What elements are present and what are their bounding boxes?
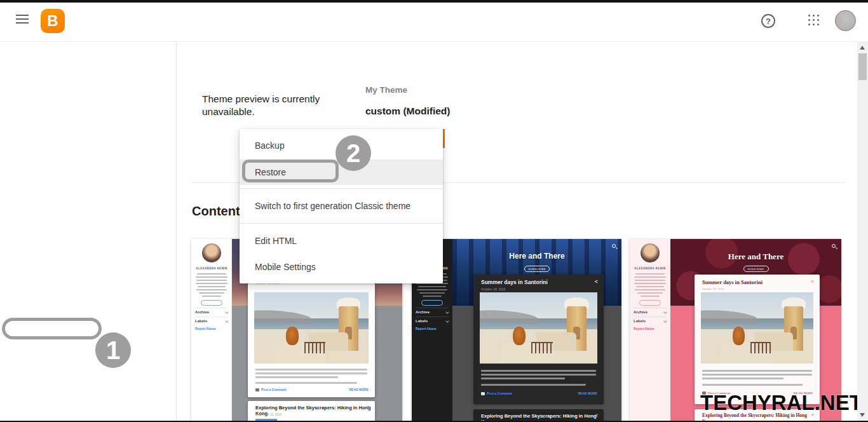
santorini-photo: [254, 292, 369, 364]
account-avatar[interactable]: [835, 10, 856, 31]
theme1-author-name: ALEXANDRA KENIN: [191, 267, 232, 270]
comment-icon: [255, 388, 259, 391]
theme1-sidebar: ALEXANDRA KENIN Archive Labels Report Ab…: [191, 239, 232, 422]
chevron-down-icon: [225, 319, 229, 323]
scrollbar-up-arrow-icon[interactable]: [860, 46, 865, 50]
theme3-post1-title: Summer days in Santorini: [702, 279, 763, 285]
blogger-theme-page: B ? + NEW POST Posts Stats Comments $ Ea…: [0, 0, 868, 422]
page-scrollbar[interactable]: [857, 42, 868, 422]
menu-item-restore[interactable]: Restore: [240, 160, 443, 185]
santorini-photo: [701, 292, 813, 364]
search-icon: [612, 244, 616, 248]
chevron-down-icon: [445, 319, 449, 323]
share-icon: <: [366, 404, 369, 410]
help-icon[interactable]: ?: [761, 14, 775, 28]
menu-item-switch-classic-theme[interactable]: Switch to first generation Classic theme: [240, 192, 443, 220]
theme1-post-footer: Post a Comment READ MORE: [255, 388, 369, 391]
top-bar: B ?: [0, 3, 868, 42]
menu-divider: [240, 223, 443, 224]
theme2-post-comment-link: Post a Comment: [487, 391, 512, 395]
theme2-view-profile-button: [421, 300, 443, 306]
chevron-down-icon: [663, 310, 667, 314]
current-theme-name: custom (Modified): [365, 106, 450, 117]
my-theme-card-edge: [443, 129, 445, 148]
santorini-photo: [480, 292, 597, 364]
screenshot-top-border: [0, 0, 868, 3]
watermark: TECHYRAL.NET: [700, 391, 865, 415]
theme1-post-comment-link: Post a Comment: [261, 388, 286, 391]
theme1-read-more-link: READ MORE: [349, 388, 369, 391]
theme1-view-profile-button: [201, 300, 222, 306]
chevron-down-icon: [445, 310, 449, 314]
theme3-report-abuse-link: Report Abuse: [634, 327, 654, 330]
blogger-logo-icon[interactable]: B: [41, 9, 65, 33]
theme2-post2-card: Exploring Beyond the Skyscrapers: Hiking…: [473, 409, 604, 422]
theme2-subscribe-button: SUBSCRIBE: [524, 266, 550, 272]
theme1-author-avatar: [202, 243, 221, 262]
theme3-archive-row: Archive: [634, 308, 667, 316]
theme2-blog-title: Here and There: [452, 252, 621, 261]
theme2-post-footer: Post a Comment READ MORE: [481, 391, 597, 395]
theme2-labels-row: Labels: [416, 316, 449, 325]
hamburger-menu-icon[interactable]: [16, 15, 29, 24]
share-icon: <: [595, 278, 598, 285]
search-icon: [832, 244, 836, 248]
share-icon: <: [811, 278, 814, 285]
scrollbar-down-arrow-icon[interactable]: [860, 413, 865, 417]
share-icon: <: [595, 412, 598, 418]
chevron-down-icon: [663, 319, 667, 323]
theme1-archive-row: Archive: [195, 308, 228, 316]
scrollbar-thumb[interactable]: [858, 53, 867, 80]
theme2-post1-date: October 18, 2016: [481, 287, 506, 291]
theme3-subscribe-button: SUBSCRIBE: [743, 266, 769, 272]
theme3-author-name: ALEXANDRA KENIN: [630, 267, 670, 270]
theme2-post-card: Summer days in Santorini < October 18, 2…: [473, 275, 604, 404]
theme2-read-more-link: READ MORE: [578, 391, 597, 395]
comment-icon: [481, 392, 485, 395]
theme3-blog-title: Here and There: [670, 252, 841, 262]
theme2-post1-title: Summer days in Santorini: [481, 279, 548, 285]
my-theme-label: My Theme: [365, 85, 407, 95]
theme1-labels-row: Labels: [195, 316, 228, 325]
menu-divider: [240, 188, 443, 189]
theme2-report-abuse-link: Report Abuse: [416, 327, 437, 330]
theme1-report-abuse-link: Report Abuse: [195, 327, 216, 330]
theme3-labels-row: Labels: [634, 316, 667, 325]
theme2-archive-row: Archive: [416, 308, 449, 316]
theme3-author-avatar: [641, 243, 660, 262]
theme1-post-card: October 18, 2016 Post a Comment READ MOR…: [248, 275, 375, 397]
chevron-down-icon: [225, 310, 229, 314]
theme3-post1-date: October 18, 2016: [702, 287, 724, 290]
sidebar: [0, 42, 177, 422]
theme3-view-profile-button: [639, 300, 661, 306]
theme1-post2-card: Exploring Beyond the Skyscrapers: Hiking…: [248, 401, 375, 422]
menu-item-edit-html[interactable]: Edit HTML: [240, 227, 443, 255]
theme3-sidebar: ALEXANDRA KENIN Archive Labels Report Ab…: [630, 239, 670, 422]
google-apps-grid-icon[interactable]: [808, 15, 822, 28]
theme-preview-message: Theme preview is currently unavailable.: [202, 93, 336, 118]
theme-options-dropdown-menu: Backup Restore Switch to first generatio…: [240, 129, 443, 283]
menu-item-mobile-settings[interactable]: Mobile Settings: [240, 254, 443, 280]
theme-preview-card-dark[interactable]: Here and There SUBSCRIBE ALEXANDRA KENIN…: [412, 239, 621, 422]
content-section-heading: Content: [192, 204, 240, 219]
theme1-post2-date: September 12, 2016: [255, 413, 281, 416]
theme3-post-card: Summer days in Santorini < October 18, 2…: [695, 275, 820, 404]
menu-item-backup[interactable]: Backup: [240, 132, 443, 160]
